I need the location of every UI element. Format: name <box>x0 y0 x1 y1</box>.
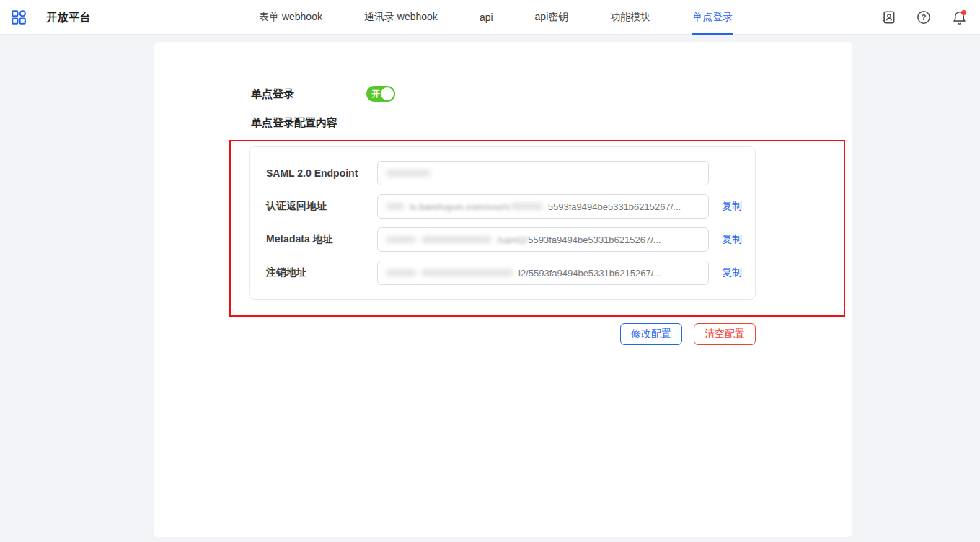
notification-badge <box>961 10 966 15</box>
app-title: 开放平台 <box>46 11 91 25</box>
sso-toggle-row: 单点登录 开 <box>251 85 852 102</box>
copy-link[interactable]: 复制 <box>722 233 742 246</box>
field-label: 认证返回地址 <box>266 200 377 213</box>
toggle-on-label: 开 <box>371 88 380 100</box>
redacted-blur <box>510 203 543 210</box>
config-card: SAML 2.0 Endpoint 认证返回地址 ls.baishuyun.co… <box>249 146 756 300</box>
url-fragment: 5593fa9494be5331b6215267/... <box>528 235 661 245</box>
brand-divider <box>37 11 37 25</box>
svg-text:?: ? <box>922 13 927 22</box>
nav-tab-2[interactable]: 通讯录 webhook <box>364 0 438 35</box>
copy-link[interactable]: 复制 <box>722 200 742 213</box>
redacted-blur <box>421 236 492 243</box>
field-label: 注销地址 <box>266 266 377 279</box>
field-label: Metadata 地址 <box>266 233 377 246</box>
annotation-red-rectangle: SAML 2.0 Endpoint 认证返回地址 ls.baishuyun.co… <box>229 140 845 317</box>
nav-tab-4[interactable]: api密钥 <box>535 0 569 35</box>
toggle-knob <box>381 87 394 100</box>
config-field-row: SAML 2.0 Endpoint <box>250 161 755 185</box>
clear-config-button[interactable]: 清空配置 <box>694 323 756 345</box>
apps-grid-icon[interactable] <box>9 8 28 27</box>
modify-config-button[interactable]: 修改配置 <box>620 323 682 345</box>
redacted-blur <box>386 236 416 243</box>
redacted-blur <box>386 203 405 210</box>
copy-link[interactable]: 复制 <box>722 266 742 279</box>
sso-toggle[interactable]: 开 <box>366 86 395 102</box>
redacted-blur <box>386 170 431 177</box>
config-field-row: 注销地址 l2/5593fa9494be5331b6215267/... 复制 <box>250 261 755 285</box>
brand-area: 开放平台 <box>9 0 91 35</box>
url-fragment: l2/5593fa9494be5331b6215267/... <box>518 268 661 279</box>
contacts-icon[interactable] <box>880 9 896 25</box>
nav-tab-5[interactable]: 功能模块 <box>610 0 650 35</box>
field-input[interactable]: /saml2/5593fa9494be5331b6215267/... <box>377 227 709 252</box>
url-fragment: /saml2/ <box>497 235 528 245</box>
bell-icon[interactable] <box>951 9 967 25</box>
nav-tab-6[interactable]: 单点登录 <box>692 0 733 35</box>
field-input[interactable]: l2/5593fa9494be5331b6215267/... <box>377 261 709 285</box>
header-icons: ? <box>880 0 967 35</box>
content-card: 单点登录 开 单点登录配置内容 SAML 2.0 Endpoint 认证返回地址… <box>154 42 852 537</box>
field-label: SAML 2.0 Endpoint <box>266 167 377 179</box>
field-input[interactable]: ls.baishuyun.com/sso/s5593fa9494be5331b6… <box>377 194 709 219</box>
redacted-blur <box>421 269 513 276</box>
config-field-row: Metadata 地址 /saml2/5593fa9494be5331b6215… <box>250 227 755 252</box>
nav-tab-1[interactable]: 表单 webhook <box>259 0 322 35</box>
config-section-title: 单点登录配置内容 <box>251 116 852 130</box>
field-input[interactable] <box>377 161 709 185</box>
url-fragment: 5593fa9494be5331b6215267/... <box>548 201 681 212</box>
header: 开放平台 表单 webhook通讯录 webhookapiapi密钥功能模块单点… <box>0 0 980 35</box>
config-field-row: 认证返回地址 ls.baishuyun.com/sso/s5593fa9494b… <box>250 194 755 219</box>
redacted-blur <box>386 269 416 276</box>
nav-tab-3[interactable]: api <box>480 0 493 35</box>
help-icon[interactable]: ? <box>916 9 932 25</box>
sso-label: 单点登录 <box>251 87 366 101</box>
action-buttons-row: 修改配置清空配置 <box>229 323 756 345</box>
header-nav: 表单 webhook通讯录 webhookapiapi密钥功能模块单点登录 <box>259 0 733 35</box>
url-fragment: ls.baishuyun.com/sso/s <box>410 201 510 212</box>
